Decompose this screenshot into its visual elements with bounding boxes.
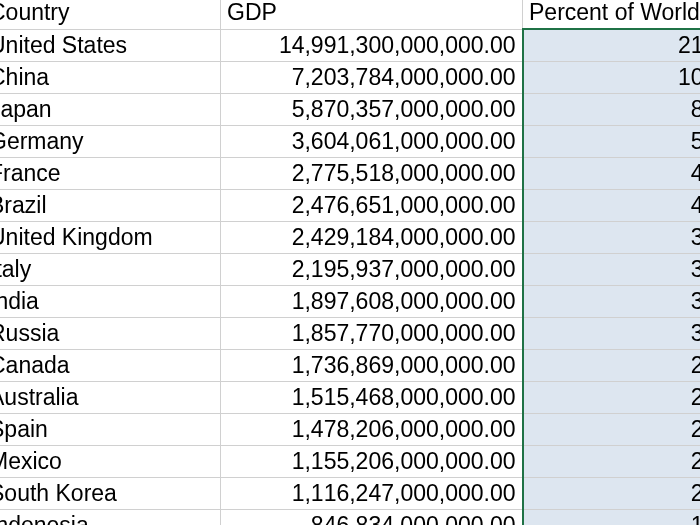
cell-percent[interactable]: 3 — [523, 286, 701, 318]
cell-gdp[interactable]: 2,775,518,000,000.00 — [221, 158, 523, 190]
cell-country[interactable]: Italy — [0, 254, 221, 286]
table-row[interactable]: China7,203,784,000,000.0010 — [0, 62, 700, 94]
cell-percent[interactable]: 2 — [523, 446, 701, 478]
cell-gdp[interactable]: 1,857,770,000,000.00 — [221, 318, 523, 350]
cell-country[interactable]: China — [0, 62, 221, 94]
cell-percent[interactable]: 4 — [523, 190, 701, 222]
cell-gdp[interactable]: 5,870,357,000,000.00 — [221, 94, 523, 126]
table-row[interactable]: Mexico1,155,206,000,000.002 — [0, 446, 700, 478]
table-row[interactable]: Spain1,478,206,000,000.002 — [0, 414, 700, 446]
table-row[interactable]: India1,897,608,000,000.003 — [0, 286, 700, 318]
table-row[interactable]: Italy2,195,937,000,000.003 — [0, 254, 700, 286]
cell-country[interactable]: Mexico — [0, 446, 221, 478]
table-row[interactable]: Indonesia846,834,000,000.001 — [0, 510, 700, 526]
cell-gdp[interactable]: 3,604,061,000,000.00 — [221, 126, 523, 158]
gdp-table[interactable]: Country GDP Percent of World United Stat… — [0, 0, 700, 525]
cell-gdp[interactable]: 1,736,869,000,000.00 — [221, 350, 523, 382]
cell-gdp[interactable]: 2,195,937,000,000.00 — [221, 254, 523, 286]
cell-percent[interactable]: 3 — [523, 318, 701, 350]
cell-percent[interactable]: 2 — [523, 478, 701, 510]
cell-gdp[interactable]: 846,834,000,000.00 — [221, 510, 523, 526]
cell-gdp[interactable]: 2,429,184,000,000.00 — [221, 222, 523, 254]
cell-country[interactable]: United Kingdom — [0, 222, 221, 254]
table-row[interactable]: Canada1,736,869,000,000.002 — [0, 350, 700, 382]
cell-country[interactable]: Brazil — [0, 190, 221, 222]
table-row[interactable]: France2,775,518,000,000.004 — [0, 158, 700, 190]
cell-country[interactable]: Canada — [0, 350, 221, 382]
table-row[interactable]: Germany3,604,061,000,000.005 — [0, 126, 700, 158]
table-row[interactable]: Australia1,515,468,000,000.002 — [0, 382, 700, 414]
cell-gdp[interactable]: 1,116,247,000,000.00 — [221, 478, 523, 510]
cell-percent[interactable]: 2 — [523, 382, 701, 414]
table-row[interactable]: United States14,991,300,000,000.0021 — [0, 29, 700, 62]
cell-percent[interactable]: 2 — [523, 414, 701, 446]
cell-country[interactable]: India — [0, 286, 221, 318]
table-row[interactable]: Japan5,870,357,000,000.008 — [0, 94, 700, 126]
cell-percent[interactable]: 3 — [523, 222, 701, 254]
table-row[interactable]: United Kingdom2,429,184,000,000.003 — [0, 222, 700, 254]
cell-percent[interactable]: 8 — [523, 94, 701, 126]
table-row[interactable]: Brazil2,476,651,000,000.004 — [0, 190, 700, 222]
cell-country[interactable]: Indonesia — [0, 510, 221, 526]
header-row[interactable]: Country GDP Percent of World — [0, 0, 700, 29]
spreadsheet-sheet: Country GDP Percent of World United Stat… — [0, 0, 700, 525]
header-gdp[interactable]: GDP — [221, 0, 523, 29]
cell-percent[interactable]: 10 — [523, 62, 701, 94]
cell-gdp[interactable]: 1,515,468,000,000.00 — [221, 382, 523, 414]
cell-percent[interactable]: 21 — [523, 29, 701, 62]
cell-country[interactable]: France — [0, 158, 221, 190]
cell-gdp[interactable]: 2,476,651,000,000.00 — [221, 190, 523, 222]
cell-percent[interactable]: 3 — [523, 254, 701, 286]
cell-percent[interactable]: 1 — [523, 510, 701, 526]
cell-country[interactable]: United States — [0, 29, 221, 62]
header-country[interactable]: Country — [0, 0, 221, 29]
cell-gdp[interactable]: 14,991,300,000,000.00 — [221, 29, 523, 62]
cell-gdp[interactable]: 1,155,206,000,000.00 — [221, 446, 523, 478]
cell-country[interactable]: Germany — [0, 126, 221, 158]
cell-percent[interactable]: 5 — [523, 126, 701, 158]
table-row[interactable]: Russia1,857,770,000,000.003 — [0, 318, 700, 350]
cell-country[interactable]: Russia — [0, 318, 221, 350]
header-pct[interactable]: Percent of World — [523, 0, 701, 29]
cell-gdp[interactable]: 7,203,784,000,000.00 — [221, 62, 523, 94]
cell-country[interactable]: Japan — [0, 94, 221, 126]
cell-gdp[interactable]: 1,478,206,000,000.00 — [221, 414, 523, 446]
table-row[interactable]: South Korea1,116,247,000,000.002 — [0, 478, 700, 510]
cell-country[interactable]: South Korea — [0, 478, 221, 510]
cell-percent[interactable]: 2 — [523, 350, 701, 382]
cell-country[interactable]: Spain — [0, 414, 221, 446]
cell-percent[interactable]: 4 — [523, 158, 701, 190]
cell-gdp[interactable]: 1,897,608,000,000.00 — [221, 286, 523, 318]
cell-country[interactable]: Australia — [0, 382, 221, 414]
